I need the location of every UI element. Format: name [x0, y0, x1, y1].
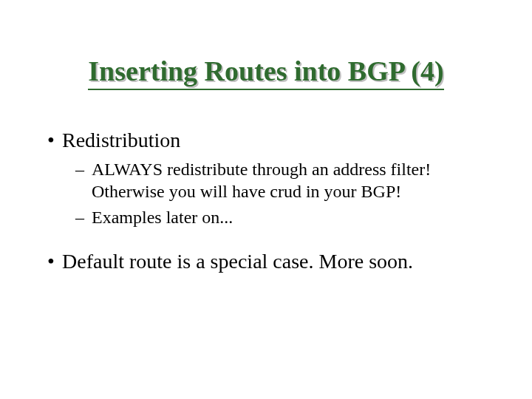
title-text: Inserting Routes into BGP (4) [88, 55, 443, 86]
slide-title: Inserting Routes into BGP (4) Inserting … [88, 56, 443, 90]
sub-list: –ALWAYS redistribute through an address … [92, 158, 497, 229]
title-area: Inserting Routes into BGP (4) Inserting … [0, 0, 532, 90]
bullet-text: Default route is a special case. More so… [62, 250, 413, 273]
bullet-level1: •Redistribution [62, 127, 497, 154]
spacer [35, 232, 497, 242]
bullet-text: Redistribution [62, 129, 180, 151]
sub-text: ALWAYS redistribute through an address f… [92, 160, 431, 202]
slide-body: •Redistribution –ALWAYS redistribute thr… [0, 90, 532, 275]
title-underline [88, 89, 443, 90]
dash-marker: – [75, 158, 92, 181]
sub-text: Examples later on... [92, 208, 233, 227]
bullet-marker: • [47, 127, 62, 154]
sub-bullet: –Examples later on... [92, 206, 474, 229]
sub-bullet: –ALWAYS redistribute through an address … [92, 158, 474, 203]
bullet-level1: •Default route is a special case. More s… [62, 248, 497, 275]
dash-marker: – [75, 206, 92, 229]
bullet-marker: • [47, 248, 62, 275]
slide: Inserting Routes into BGP (4) Inserting … [0, 0, 532, 399]
